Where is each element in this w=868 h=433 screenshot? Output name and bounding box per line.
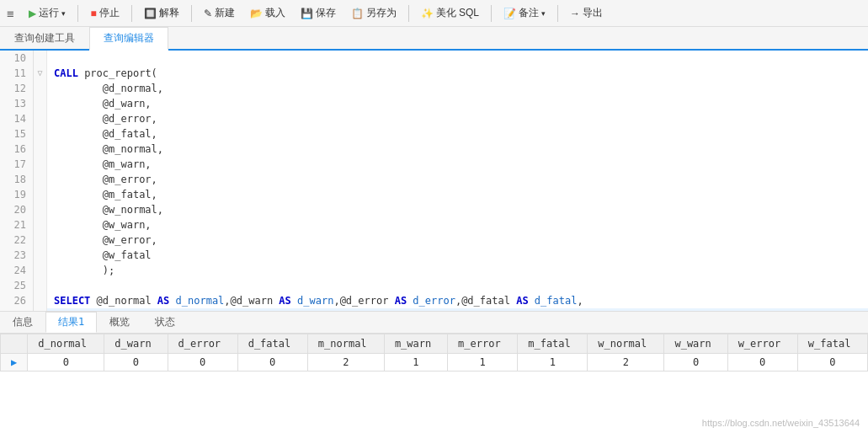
code-line-16: 16 @m_normal,: [0, 142, 868, 157]
table-row: ▶000021112000: [1, 354, 868, 372]
table-cell: 0: [664, 354, 727, 372]
code-line-17: 17 @m_warn,: [0, 157, 868, 172]
new-label: 新建: [215, 6, 235, 20]
load-button[interactable]: 📂 载入: [245, 4, 290, 22]
stop-icon: ■: [90, 8, 96, 19]
column-header: m_warn: [384, 334, 447, 354]
column-header: w_fatal: [797, 334, 867, 354]
line-gutter: [34, 202, 47, 217]
code-line-13: 13 @d_warn,: [0, 96, 868, 111]
line-gutter: [34, 248, 47, 263]
column-header: m_normal: [307, 334, 384, 354]
line-number: 27: [0, 308, 34, 312]
line-content: @m_fatal,: [47, 187, 157, 202]
hamburger-icon[interactable]: ≡: [7, 7, 13, 20]
column-header: d_warn: [104, 334, 168, 354]
line-content: @d_error,: [47, 111, 157, 126]
keyword-select: SELECT: [54, 295, 90, 307]
line-content: [47, 51, 54, 66]
table-cell: 0: [104, 354, 168, 372]
line-gutter[interactable]: ▽: [34, 66, 47, 81]
new-button[interactable]: ✎ 新建: [199, 4, 240, 22]
btab-result1[interactable]: 结果1: [45, 312, 97, 333]
btab-status[interactable]: 状态: [142, 312, 188, 333]
keyword-as: AS: [285, 310, 297, 312]
column-header: m_fatal: [518, 334, 588, 354]
tab-query-builder[interactable]: 查询创建工具: [0, 27, 89, 49]
separator-4: [408, 5, 409, 22]
column-header: d_normal: [28, 334, 104, 354]
line-gutter: [34, 51, 47, 66]
keyword-as: AS: [401, 310, 413, 312]
explain-label: 解释: [159, 6, 179, 20]
separator-1: [77, 5, 78, 22]
line-gutter: [34, 263, 47, 278]
line-content: @w_fatal: [47, 248, 152, 263]
line-number: 15: [0, 126, 34, 142]
beautify-icon: ✨: [421, 8, 434, 19]
toolbar: ≡ ▶ 运行 ▾ ■ 停止 🔲 解释 ✎ 新建 📂 载入 💾 保存 📋 另存为 …: [0, 0, 868, 27]
column-header: w_warn: [664, 334, 727, 354]
line-gutter: [34, 126, 47, 142]
table-cell: 0: [727, 354, 797, 372]
table-cell: 1: [518, 354, 588, 372]
table-cell: 0: [28, 354, 104, 372]
code-line-10: 10: [0, 51, 868, 66]
keyword-as: AS: [516, 295, 528, 307]
code-line-22: 22 @w_error,: [0, 233, 868, 248]
code-line-18: 18 @m_error,: [0, 172, 868, 187]
table-cell: 0: [168, 354, 237, 372]
keyword-as: AS: [522, 310, 534, 312]
line-content: );: [47, 263, 114, 278]
line-number: 10: [0, 51, 34, 66]
beautify-button[interactable]: ✨ 美化 SQL: [416, 4, 484, 22]
code-line-15: 15 @d_fatal,: [0, 126, 868, 142]
comment-dropdown-icon: ▾: [541, 9, 546, 18]
run-button[interactable]: ▶ 运行 ▾: [24, 4, 71, 22]
stop-button[interactable]: ■ 停止: [85, 4, 124, 22]
code-line-27: 27 @m_normal AS m_normal,@m_warn AS m_wa…: [0, 308, 868, 312]
explain-button[interactable]: 🔲 解释: [139, 4, 184, 22]
line-number: 11: [0, 66, 34, 81]
line-gutter: [34, 157, 47, 172]
line-number: 17: [0, 157, 34, 172]
line-gutter: [34, 293, 47, 308]
tab-query-editor[interactable]: 查询编辑器: [89, 27, 168, 51]
separator-6: [557, 5, 558, 22]
run-dropdown-icon: ▾: [61, 9, 66, 18]
export-button[interactable]: → 导出: [565, 4, 608, 22]
line-number: 13: [0, 96, 34, 111]
code-line-25: 25: [0, 278, 868, 293]
save-button[interactable]: 💾 保存: [296, 4, 341, 22]
keyword-as: AS: [163, 310, 175, 312]
stop-label: 停止: [99, 6, 120, 20]
column-header: d_error: [168, 334, 237, 354]
btab-overview[interactable]: 概览: [97, 312, 142, 333]
saveas-button[interactable]: 📋 另存为: [346, 4, 402, 22]
line-number: 20: [0, 202, 34, 217]
keyword-as: AS: [279, 295, 290, 307]
line-number: 21: [0, 217, 34, 233]
line-number: 23: [0, 248, 34, 263]
export-icon: →: [570, 8, 580, 19]
comment-icon: 📝: [503, 8, 516, 19]
line-content: @w_error,: [47, 233, 157, 248]
column-header: w_normal: [588, 334, 664, 354]
beautify-label: 美化 SQL: [436, 6, 479, 20]
code-line-12: 12 @d_normal,: [0, 81, 868, 96]
run-label: 运行: [39, 6, 59, 20]
code-line-11: 11▽CALL proc_report(: [0, 66, 868, 81]
code-container: 1011▽CALL proc_report(12 @d_normal,13 @d…: [0, 51, 868, 312]
comment-button[interactable]: 📝 备注 ▾: [498, 4, 551, 22]
table-cell: 1: [384, 354, 447, 372]
results-wrapper: d_normald_warnd_errord_fatalm_normalm_wa…: [0, 334, 868, 433]
code-line-24: 24 );: [0, 263, 868, 278]
explain-icon: 🔲: [144, 8, 157, 19]
code-editor[interactable]: 1011▽CALL proc_report(12 @d_normal,13 @d…: [0, 51, 868, 312]
comment-label: 备注: [519, 6, 539, 20]
line-gutter: [34, 217, 47, 233]
btab-info[interactable]: 信息: [0, 312, 45, 333]
save-label: 保存: [316, 6, 336, 20]
line-content: [47, 278, 54, 293]
column-name: m_error: [419, 310, 462, 312]
